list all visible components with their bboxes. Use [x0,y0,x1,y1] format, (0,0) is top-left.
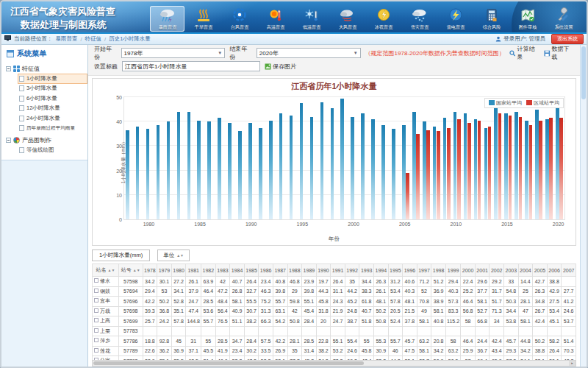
value-cell: 51.8 [359,316,374,327]
value-cell: 58.2 [547,336,562,347]
value-cell: 48.1 [373,297,388,307]
sidebar-item-process-avg[interactable]: 历年暴雨过程平均雨量 [18,124,87,134]
breadcrumb-feature[interactable]: 特征值 [85,35,102,43]
station-name-cell[interactable]: 修水 [93,277,119,287]
bar-national-2000 [351,117,354,219]
x-tick-label: 1980 [143,222,155,227]
toolbar-lightning-survey[interactable]: 雷电普查 [438,6,473,32]
value-cell: 42.4 [533,316,548,327]
toolbar-map-review[interactable]: 图件审核 [510,6,545,32]
column-header-station-name[interactable]: 站名 ▲▼ [93,264,119,277]
save-image-button[interactable]: 保存图片 [265,63,296,71]
station-name-cell[interactable]: 宜丰 [93,297,119,307]
column-header-year: 1989 [302,264,317,277]
toolbar-snow-survey[interactable]: 雪灾普查 [402,6,437,32]
value-cell [244,326,259,336]
row-expander-icon[interactable] [94,298,98,302]
toolbar-rainstorm-survey[interactable]: 暴雨普查 [150,6,184,32]
collapse-icon[interactable] [6,66,11,71]
sidebar-lower-panel [1,160,87,367]
sidebar-group-feature-values[interactable]: 特征值 [6,63,87,74]
station-name-cell[interactable]: 上栗 [93,326,119,336]
value-cell: 24.6 [562,306,576,316]
station-name-cell[interactable]: 萍乡 [93,336,119,347]
calc-result-button[interactable]: 计算结果 [509,45,539,61]
toolbar-label: 暴雨普查 [158,24,176,31]
value-cell: 26.9 [273,346,287,356]
bar-national-2018 [535,110,539,219]
logout-button[interactable]: 退出系统 [551,34,584,44]
value-cell [259,326,273,336]
row-expander-icon[interactable] [94,328,98,333]
sort-arrows-icon[interactable]: ▲▼ [133,268,140,272]
unit-dropdown[interactable]: 单位 ▲▼ [157,250,190,261]
value-cell [533,326,548,336]
value-cell: 54.8 [504,286,519,297]
value-cell: 50.2 [373,306,388,316]
value-cell: 43.4 [490,346,504,356]
sidebar-item-1h-precip[interactable]: 1小时降水量 [18,74,87,84]
row-expander-icon[interactable] [94,308,98,313]
value-cell: 38.7 [345,316,359,327]
hscroll-thumb[interactable] [93,361,364,365]
chart-title-input[interactable]: 江西省历年1小时降水量 [122,61,260,71]
app-window: 江西省气象灾害风险普查 数据处理与制图系统 暴雨普查 干旱普查 台风普查 [1,1,587,367]
start-year-value: 1978年 [124,49,143,57]
end-year-select[interactable]: 2020年 ▼ [257,48,361,58]
sidebar-item-6h-precip[interactable]: 6小时降水量 [18,93,87,104]
station-id-cell: 57786 [118,336,143,347]
row-expander-icon[interactable] [94,338,98,342]
data-download-button[interactable]: 数据下载 [544,45,574,61]
row-expander-icon[interactable] [94,348,98,353]
feature-grid-icon [13,66,20,72]
sidebar-item-3h-precip[interactable]: 3小时降水量 [18,84,87,94]
row-expander-icon[interactable] [94,318,98,322]
toolbar-low-temp-survey[interactable]: 低温普查 [294,6,329,32]
toolbar-drought-survey[interactable]: 干旱普查 [186,6,220,32]
toolbar-settings[interactable]: 系统设置 [546,6,581,32]
column-header-year: 1986 [259,264,273,277]
sidebar-item-isoline-map[interactable]: 等值线绘图 [18,145,87,155]
toolbar-high-temp-survey[interactable]: 高温普查 [258,6,293,32]
value-cell [417,326,431,336]
station-name-cell[interactable]: 上高 [93,316,119,327]
value-cell: 36.9 [171,346,186,356]
vscroll-thumb[interactable] [581,46,586,99]
element-selector-box[interactable]: 1小时降水量(mm) [92,250,150,261]
scroll-right-arrow[interactable]: ▸ [569,361,576,366]
bar-national-2001 [361,113,365,219]
vertical-scrollbar[interactable] [580,45,587,367]
value-cell: 58.1 [518,316,533,327]
horizontal-scrollbar[interactable]: ▸ [92,360,576,367]
collapse-icon[interactable] [6,138,11,143]
station-name-cell[interactable]: 铜鼓 [93,286,119,297]
column-header-year: 1999 [445,264,460,277]
toolbar-typhoon-survey[interactable]: 台风普查 [222,6,257,32]
sidebar-item-12h-precip[interactable]: 12小时降水量 [18,104,87,114]
toolbar-gale-survey[interactable]: 大风普查 [330,6,365,32]
value-cell: 26.4 [547,346,562,356]
row-expander-icon[interactable] [94,278,98,283]
value-cell: 38.2 [244,316,259,327]
sort-arrows-icon[interactable]: ▲▼ [108,268,115,272]
station-name-cell[interactable]: 万载 [93,306,119,316]
toolbar-risk-calc[interactable]: 综合风险 [474,6,509,32]
value-cell: 29.6 [475,277,490,287]
sidebar-group-product-map[interactable]: 产品图制作 [6,135,87,145]
sidebar-item-24h-precip[interactable]: 24小时降水量 [18,113,87,124]
value-cell: 70.8 [417,297,431,307]
product-wheel-icon [13,137,20,144]
start-year-select[interactable]: 1978年 ▼ [121,48,226,58]
row-expander-icon[interactable] [94,289,98,293]
station-name-cell[interactable]: 莲花 [93,346,119,356]
bar-national-2015 [504,113,508,219]
value-cell: 56.8 [461,306,476,316]
column-header-year: 2007 [562,264,576,277]
toolbar-hail-survey[interactable]: 冰雹普查 [366,6,401,32]
column-header-station-id[interactable]: 站号 ▲▼ [118,264,143,277]
value-cell: 39.8 [302,286,317,297]
value-cell: 52.4 [388,316,403,327]
bar-national-2009 [443,118,447,219]
breadcrumb-rainstorm[interactable]: 暴雨普查 [56,35,78,43]
table-row: 万载5769839.336.835.147.453.656.440.930.73… [93,306,576,316]
